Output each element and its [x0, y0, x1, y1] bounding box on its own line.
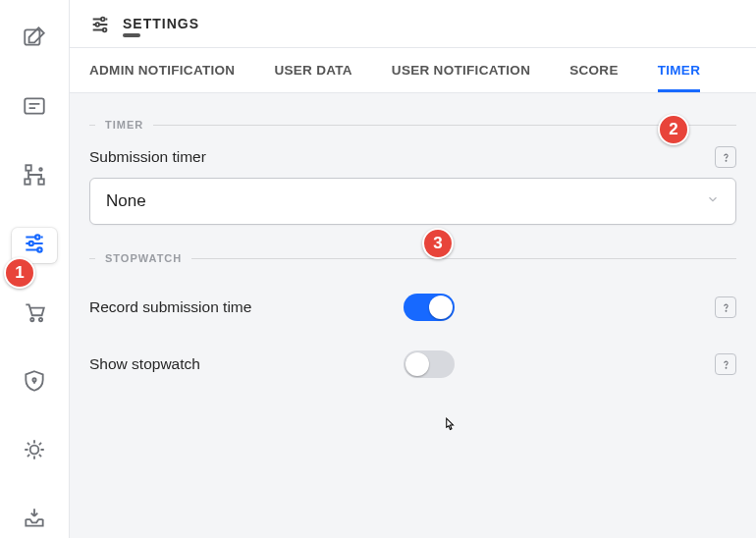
cursor-pointer-icon	[440, 416, 458, 438]
svg-point-10	[39, 318, 42, 321]
submission-timer-value: None	[106, 191, 146, 211]
svg-point-14	[95, 23, 99, 27]
page-header: SETTINGS	[70, 0, 756, 48]
chevron-down-icon	[706, 191, 720, 211]
svg-point-8	[37, 247, 41, 251]
svg-point-15	[103, 28, 107, 32]
inbox-download-icon	[22, 506, 47, 535]
submission-timer-select[interactable]: None	[89, 178, 736, 225]
row-show-stopwatch: Show stopwatch	[89, 350, 736, 378]
svg-rect-3	[25, 179, 29, 184]
tab-user-notification[interactable]: USER NOTIFICATION	[392, 48, 530, 92]
svg-point-11	[32, 378, 35, 381]
svg-point-18	[726, 367, 727, 368]
svg-point-7	[29, 242, 33, 245]
cart-icon	[22, 299, 47, 329]
svg-rect-2	[26, 165, 30, 170]
help-icon[interactable]	[715, 146, 736, 168]
help-icon[interactable]	[715, 353, 736, 375]
section-timer-heading: TIMER	[105, 119, 143, 131]
section-timer-divider: TIMER	[89, 119, 736, 131]
sliders-icon	[89, 14, 111, 39]
help-icon[interactable]	[715, 296, 736, 318]
submission-timer-label: Submission timer	[89, 148, 206, 166]
annotation-badge-2: 2	[658, 114, 689, 145]
show-stopwatch-label: Show stopwatch	[89, 355, 404, 373]
svg-point-16	[726, 160, 727, 161]
record-submission-time-toggle[interactable]	[404, 294, 455, 321]
svg-point-13	[101, 18, 105, 22]
sidebar-item-inbox[interactable]	[12, 503, 57, 538]
svg-rect-1	[25, 98, 44, 113]
page-title: SETTINGS	[123, 16, 199, 37]
annotation-badge-1: 1	[4, 257, 35, 289]
sidebar-item-workflow[interactable]	[12, 159, 57, 194]
gear-chip-icon	[22, 437, 47, 466]
svg-point-6	[35, 235, 39, 239]
tab-admin-notification[interactable]: ADMIN NOTIFICATION	[89, 48, 235, 92]
pencil-square-icon	[22, 25, 47, 54]
form-icon	[22, 93, 47, 123]
svg-point-12	[30, 446, 39, 455]
workflow-icon	[22, 162, 47, 191]
tab-timer[interactable]: TIMER	[658, 48, 701, 92]
sidebar-item-form[interactable]	[12, 90, 57, 126]
sidebar-item-cart[interactable]	[12, 296, 57, 332]
section-stopwatch-heading: STOPWATCH	[105, 252, 182, 264]
sidebar-item-integrations[interactable]	[12, 434, 57, 469]
section-stopwatch-divider: STOPWATCH	[89, 252, 736, 264]
tab-score[interactable]: SCORE	[569, 48, 619, 92]
svg-point-17	[726, 310, 727, 311]
row-record-submission-time: Record submission time	[89, 294, 736, 321]
svg-rect-4	[38, 179, 43, 184]
svg-point-5	[39, 168, 42, 171]
main: SETTINGS ADMIN NOTIFICATION USER DATA US…	[69, 0, 756, 538]
content: TIMER Submission timer None	[70, 93, 756, 538]
tab-user-data[interactable]: USER DATA	[274, 48, 351, 92]
shield-icon	[22, 368, 47, 398]
annotation-badge-3: 3	[422, 228, 454, 259]
field-submission-timer: Submission timer None	[89, 146, 736, 225]
sidebar-item-security[interactable]	[12, 365, 57, 401]
settings-tabs: ADMIN NOTIFICATION USER DATA USER NOTIFI…	[70, 48, 756, 93]
record-submission-time-label: Record submission time	[89, 298, 404, 316]
sliders-icon	[22, 231, 47, 260]
svg-point-9	[30, 318, 33, 321]
sidebar-item-edit[interactable]	[12, 22, 57, 57]
show-stopwatch-toggle[interactable]	[404, 350, 455, 378]
